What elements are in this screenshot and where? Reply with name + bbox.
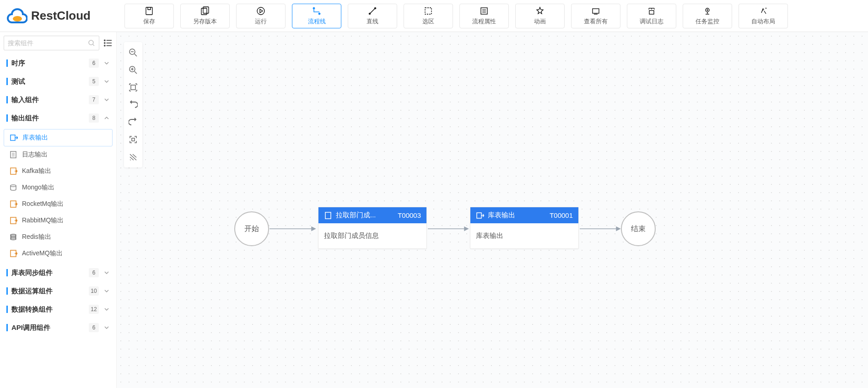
chevron-down-icon [103, 78, 110, 85]
toolbar-label: 任务监控 [695, 17, 719, 26]
run-icon [256, 6, 265, 16]
sidebar-section-title: 数据运算组件 [11, 287, 89, 296]
search-box[interactable] [4, 36, 99, 50]
sidebar-section[interactable]: 输出组件8 [4, 109, 113, 127]
sidebar-item[interactable]: Redis输出 [4, 229, 113, 245]
sidebar-item[interactable]: Mongo输出 [4, 179, 113, 196]
sidebar-item-label: RabbitMQ输出 [22, 216, 64, 225]
auto-layout-button[interactable]: 自动布局 [739, 4, 788, 28]
svg-marker-71 [312, 227, 315, 231]
task-monitor-button[interactable]: 任务监控 [683, 4, 732, 28]
straight-button[interactable]: 直线 [348, 4, 397, 28]
rocketmq-icon [9, 200, 17, 208]
svg-rect-76 [325, 212, 331, 219]
search-icon [88, 39, 95, 47]
flow-start-node[interactable]: 开始 [234, 211, 269, 246]
save-as-button[interactable]: 另存版本 [180, 4, 230, 28]
accent-bar [6, 269, 8, 276]
redis-icon [9, 233, 17, 241]
sidebar-item-label: 库表输出 [22, 134, 48, 142]
toolbar-label: 运行 [255, 17, 267, 26]
sidebar-section[interactable]: 测试5 [4, 72, 113, 91]
flow-props-icon [480, 6, 489, 16]
count-badge: 6 [89, 59, 99, 68]
count-badge: 10 [89, 286, 99, 296]
search-input[interactable] [8, 39, 88, 47]
chevron-down-icon [103, 306, 110, 313]
count-badge: 6 [89, 323, 99, 332]
log-icon [9, 151, 17, 159]
sidebar-item[interactable]: RocketMq输出 [4, 196, 113, 212]
table-out-icon [10, 134, 18, 142]
sidebar-item-label: Kafka输出 [22, 167, 51, 175]
debug-log-icon [647, 6, 656, 16]
svg-rect-3 [203, 7, 209, 13]
node-title: 库表输出 [488, 211, 546, 220]
sidebar-section[interactable]: 数据运算组件10 [4, 282, 113, 300]
canvas-area[interactable]: 开始 拉取部门成... T00003 拉取部门成员信息 库表输出 T00001 … [117, 32, 868, 388]
start-node-label: 开始 [244, 224, 259, 234]
flowline-icon [312, 6, 321, 16]
sidebar-item[interactable]: ActiveMQ输出 [4, 245, 113, 262]
svg-rect-1 [146, 7, 152, 15]
sidebar-item-label: Mongo输出 [22, 183, 54, 192]
app-header: RestCloud 保存另存版本运行流程线直线选区流程属性动画查看所有调试日志任… [0, 0, 868, 32]
search-row [4, 36, 113, 50]
node-code: T00003 [398, 211, 421, 219]
svg-marker-73 [464, 227, 468, 231]
sidebar-section[interactable]: 输入组件7 [4, 91, 113, 109]
count-badge: 6 [89, 268, 99, 277]
sidebar-item[interactable]: Kafka输出 [4, 163, 113, 179]
save-button[interactable]: 保存 [124, 4, 174, 28]
count-badge: 5 [89, 77, 99, 86]
chevron-down-icon [103, 60, 110, 66]
chevron-down-icon [103, 97, 110, 103]
selection-icon [424, 6, 433, 16]
flow-props-button[interactable]: 流程属性 [459, 4, 509, 28]
flow-end-node[interactable]: 结束 [621, 211, 656, 246]
straight-icon [368, 6, 377, 16]
svg-rect-11 [425, 8, 431, 14]
save-as-icon [200, 6, 210, 16]
toolbar-label: 自动布局 [751, 17, 775, 26]
svg-rect-33 [107, 43, 112, 43]
svg-marker-75 [616, 227, 620, 231]
logo-text: RestCloud [31, 9, 91, 23]
svg-point-28 [89, 40, 93, 45]
sidebar-item-label: 日志输出 [22, 151, 48, 159]
sidebar-item-label: Redis输出 [22, 233, 51, 241]
flowline-button[interactable]: 流程线 [292, 4, 341, 28]
sidebar-section[interactable]: 库表同步组件6 [4, 264, 113, 282]
task-monitor-icon [703, 6, 712, 16]
sidebar-item[interactable]: 库表输出 [4, 129, 113, 146]
save-icon [145, 6, 154, 16]
sidebar-item[interactable]: RabbitMQ输出 [4, 212, 113, 229]
toolbar-label: 直线 [367, 17, 378, 26]
accent-bar [6, 78, 8, 85]
sidebar-section[interactable]: 数据转换组件12 [4, 300, 113, 318]
cloud-logo-icon [5, 8, 27, 24]
debug-log-button[interactable]: 调试日志 [627, 4, 676, 28]
flow-node-1[interactable]: 库表输出 T00001 库表输出 [470, 207, 579, 249]
list-toggle-icon[interactable] [103, 38, 113, 48]
run-button[interactable]: 运行 [236, 4, 286, 28]
toolbar-label: 另存版本 [193, 17, 217, 26]
sidebar-item[interactable]: 日志输出 [4, 146, 113, 163]
sidebar-section-title: API调用组件 [11, 323, 89, 332]
node-body: 拉取部门成员信息 [318, 223, 426, 248]
accent-bar [6, 324, 8, 331]
toolbar-label: 查看所有 [584, 17, 608, 26]
view-all-button[interactable]: 查看所有 [571, 4, 620, 28]
animation-button[interactable]: 动画 [515, 4, 565, 28]
node-header: 拉取部门成... T00003 [318, 207, 426, 223]
sidebar-section[interactable]: 时序6 [4, 54, 113, 72]
selection-button[interactable]: 选区 [404, 4, 453, 28]
svg-rect-35 [107, 45, 112, 46]
sidebar-section[interactable]: API调用组件6 [4, 318, 113, 337]
count-badge: 12 [89, 305, 99, 314]
sidebar-section-title: 库表同步组件 [11, 269, 89, 277]
count-badge: 7 [89, 95, 99, 104]
flow-node-0[interactable]: 拉取部门成... T00003 拉取部门成员信息 [318, 207, 427, 249]
sidebar-section-title: 测试 [11, 77, 89, 86]
svg-point-6 [313, 7, 315, 9]
